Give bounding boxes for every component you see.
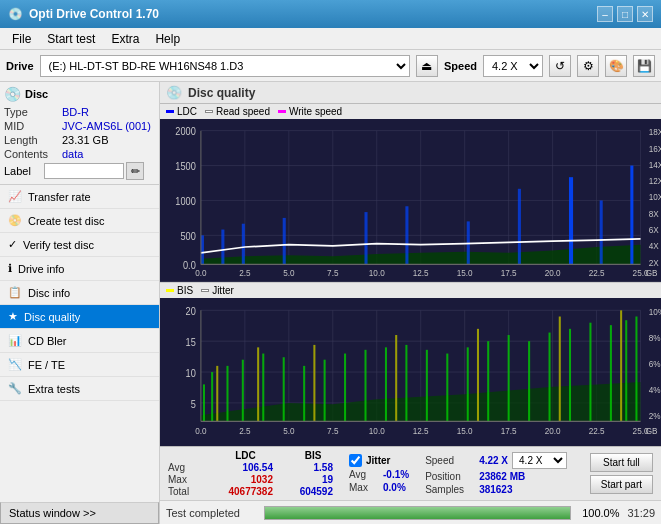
svg-text:17.5: 17.5: [501, 425, 517, 436]
bottom-legend: BIS Jitter: [160, 283, 661, 298]
jitter-avg-row: Avg -0.1%: [349, 469, 409, 480]
svg-rect-97: [257, 347, 259, 421]
svg-text:2000: 2000: [175, 126, 196, 138]
close-button[interactable]: ✕: [637, 6, 653, 22]
save-button[interactable]: 💾: [633, 55, 655, 77]
jitter-checkbox[interactable]: [349, 454, 362, 467]
samples-label: Samples: [425, 484, 475, 495]
sidebar-item-extra-tests[interactable]: 🔧 Extra tests: [0, 377, 159, 401]
eject-button[interactable]: ⏏: [416, 55, 438, 77]
sidebar-item-disc-info[interactable]: 📋 Disc info: [0, 281, 159, 305]
jitter-header: Jitter: [366, 455, 390, 466]
jitter-label: Jitter: [212, 285, 234, 296]
drive-info-icon: ℹ: [8, 262, 12, 275]
svg-rect-88: [508, 335, 510, 421]
svg-rect-22: [405, 206, 408, 264]
sidebar-item-drive-info[interactable]: ℹ Drive info: [0, 257, 159, 281]
nav-items: 📈 Transfer rate 📀 Create test disc ✓ Ver…: [0, 185, 159, 502]
svg-rect-80: [344, 353, 346, 421]
speed-row: Speed 4.22 X 4.2 X: [425, 452, 567, 469]
right-panel: 💿 Disc quality LDC Read speed Write spee…: [160, 82, 661, 524]
verify-test-disc-icon: ✓: [8, 238, 17, 251]
speed-position-stats: Speed 4.22 X 4.2 X Position 23862 MB Sam…: [425, 452, 567, 495]
settings-button[interactable]: ⚙: [577, 55, 599, 77]
jitter-header-row: Jitter: [349, 454, 409, 467]
svg-text:20: 20: [186, 305, 197, 317]
svg-text:10.0: 10.0: [369, 268, 385, 279]
color-button[interactable]: 🎨: [605, 55, 627, 77]
chart-header: 💿 Disc quality: [160, 82, 661, 104]
sidebar-item-cd-bler[interactable]: 📊 CD Bler: [0, 329, 159, 353]
start-part-button[interactable]: Start part: [590, 475, 653, 494]
speed-stat-dropdown[interactable]: 4.2 X: [512, 452, 567, 469]
label-edit-button[interactable]: ✏: [126, 162, 144, 180]
mid-value: JVC-AMS6L (001): [62, 120, 151, 132]
jitter-stats: Jitter Avg -0.1% Max 0.0%: [349, 454, 409, 493]
svg-text:10%: 10%: [649, 306, 661, 317]
svg-text:15.0: 15.0: [457, 425, 473, 436]
total-ldc-value: 40677382: [218, 486, 273, 497]
svg-text:5.0: 5.0: [283, 268, 294, 279]
svg-text:1500: 1500: [175, 161, 196, 173]
bis-color-dot: [166, 289, 174, 292]
disc-type-field: Type BD-R: [4, 106, 155, 118]
bis-header: BIS: [293, 450, 333, 461]
svg-text:GB: GB: [646, 425, 658, 436]
svg-rect-27: [630, 166, 633, 265]
total-bis-value: 604592: [293, 486, 333, 497]
svg-rect-94: [625, 320, 627, 421]
menu-start-test[interactable]: Start test: [39, 30, 103, 48]
svg-rect-89: [528, 341, 530, 421]
menu-file[interactable]: File: [4, 30, 39, 48]
svg-rect-18: [221, 230, 224, 265]
svg-text:0.0: 0.0: [195, 425, 206, 436]
ldc-header: LDC: [218, 450, 273, 461]
svg-rect-78: [303, 366, 305, 422]
window-controls: – □ ✕: [597, 6, 653, 22]
bis-label: BIS: [177, 285, 193, 296]
sidebar-item-transfer-rate[interactable]: 📈 Transfer rate: [0, 185, 159, 209]
label-input[interactable]: [44, 163, 124, 179]
start-full-button[interactable]: Start full: [590, 453, 653, 472]
menu-help[interactable]: Help: [147, 30, 188, 48]
jitter-max-value: 0.0%: [383, 482, 406, 493]
ldc-color-dot: [166, 110, 174, 113]
status-window-button[interactable]: Status window >>: [0, 502, 159, 524]
sidebar-item-fe-te[interactable]: 📉 FE / TE: [0, 353, 159, 377]
minimize-button[interactable]: –: [597, 6, 613, 22]
max-row: Max 1032 19: [168, 474, 333, 485]
svg-rect-73: [211, 372, 213, 421]
disc-section: 💿 Disc Type BD-R MID JVC-AMS6L (001) Len…: [0, 82, 159, 185]
charts-area: 2000 1500 1000 500 0.0 18X 16X 14X 12X 1…: [160, 119, 661, 446]
progress-section: Test completed 100.0% 31:29: [160, 500, 661, 524]
menu-extra[interactable]: Extra: [103, 30, 147, 48]
speed-select[interactable]: 4.2 X: [483, 55, 543, 77]
avg-bis-value: 1.58: [293, 462, 333, 473]
svg-rect-82: [385, 347, 387, 421]
svg-rect-19: [242, 224, 245, 265]
sidebar-item-create-test-disc[interactable]: 📀 Create test disc: [0, 209, 159, 233]
sidebar-item-label: Create test disc: [28, 215, 104, 227]
svg-text:5: 5: [191, 398, 196, 410]
drive-select[interactable]: (E:) HL-DT-ST BD-RE WH16NS48 1.D3: [40, 55, 410, 77]
stats-header-row: LDC BIS: [168, 450, 333, 461]
mid-label: MID: [4, 120, 62, 132]
refresh-button[interactable]: ↺: [549, 55, 571, 77]
label-row: Label ✏: [4, 162, 155, 180]
extra-tests-icon: 🔧: [8, 382, 22, 395]
sidebar-item-disc-quality[interactable]: ★ Disc quality: [0, 305, 159, 329]
svg-text:2X: 2X: [649, 257, 659, 268]
svg-text:16X: 16X: [649, 143, 661, 154]
maximize-button[interactable]: □: [617, 6, 633, 22]
svg-text:1000: 1000: [175, 196, 196, 208]
status-window-label: Status window >>: [9, 507, 96, 519]
sidebar-item-verify-test-disc[interactable]: ✓ Verify test disc: [0, 233, 159, 257]
svg-rect-85: [446, 353, 448, 421]
svg-rect-76: [262, 353, 264, 421]
total-row: Total 40677382 604592: [168, 486, 333, 497]
samples-value: 381623: [479, 484, 512, 495]
stats-bar: LDC BIS Avg 106.54 1.58 Max 1032 19 Tota…: [160, 446, 661, 500]
start-buttons: Start full Start part: [590, 453, 653, 494]
samples-row: Samples 381623: [425, 484, 567, 495]
svg-text:12X: 12X: [649, 176, 661, 187]
